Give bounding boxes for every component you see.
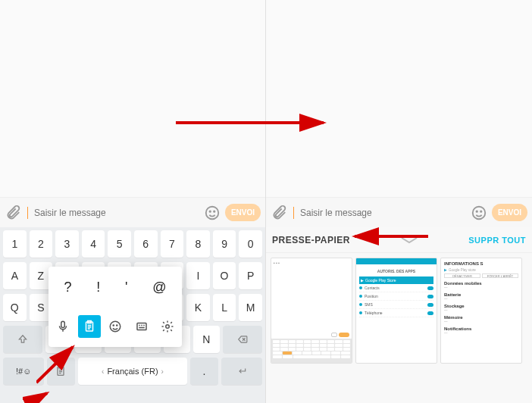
arrow-annotation — [349, 227, 432, 245]
key[interactable]: 1 — [3, 230, 27, 258]
key[interactable]: K — [186, 294, 210, 321]
left-upper-blank — [0, 0, 265, 197]
arrow-annotation — [23, 390, 53, 403]
settings-icon[interactable] — [156, 315, 179, 338]
play-store-icon: ▶ — [361, 278, 364, 283]
mic-icon[interactable] — [52, 315, 74, 338]
svg-line-16 — [36, 347, 73, 383]
svg-point-6 — [110, 321, 120, 332]
mini-button: FORCER L'ARRÊT — [482, 273, 518, 278]
svg-rect-9 — [137, 323, 146, 330]
key[interactable]: 8 — [186, 230, 210, 258]
clipboard-icon[interactable] — [78, 315, 101, 338]
message-input-left[interactable] — [34, 198, 199, 227]
svg-point-1 — [209, 211, 210, 211]
enter-key[interactable] — [221, 358, 262, 385]
svg-point-13 — [480, 211, 481, 211]
clipboard-tiles: ▪ ▪ ▪ AUTORIS. DES APPS — [266, 253, 532, 403]
message-input-right[interactable] — [300, 198, 466, 227]
attach-icon[interactable] — [271, 205, 287, 221]
svg-point-2 — [214, 211, 214, 211]
play-store-icon: ▶ — [444, 267, 447, 272]
arrow-annotation — [176, 114, 335, 132]
emoji-icon[interactable] — [204, 205, 221, 221]
keyboard-layout-icon[interactable] — [130, 315, 153, 338]
clipboard-tile[interactable]: INFORMATIONS S ▶ Google Play store DÉSAC… — [440, 258, 522, 364]
key[interactable]: 3 — [55, 230, 79, 258]
svg-point-0 — [206, 206, 219, 219]
text-cursor — [27, 207, 28, 219]
space-key[interactable]: ‹ Français (FR) › — [78, 358, 188, 385]
message-row-right: ENVOI — [266, 197, 532, 227]
clipboard-tile[interactable]: ▪ ▪ ▪ — [271, 258, 352, 364]
root: ENVOI 1234567890 AZERTYUIOP QSDFGHJKLM W… — [0, 0, 532, 403]
svg-point-12 — [476, 211, 477, 211]
emoji-popup-icon[interactable] — [104, 315, 127, 338]
popup-symbol[interactable]: ! — [90, 276, 106, 298]
right-upper-blank — [266, 0, 532, 197]
emoji-icon[interactable] — [471, 205, 487, 221]
delete-all-button[interactable]: SUPPR TOUT — [468, 236, 526, 245]
key[interactable]: 2 — [30, 230, 53, 258]
mini-keyboard — [271, 339, 352, 363]
key[interactable]: P — [239, 262, 262, 289]
svg-point-10 — [166, 324, 170, 328]
text-cursor — [293, 207, 294, 219]
key[interactable]: 0 — [239, 230, 262, 258]
svg-line-17 — [23, 393, 47, 403]
key[interactable]: A — [3, 262, 27, 289]
key[interactable]: I — [186, 262, 210, 289]
key[interactable]: 5 — [108, 230, 131, 258]
svg-point-8 — [117, 324, 117, 325]
key[interactable]: M — [239, 294, 262, 321]
send-button-right[interactable]: ENVOI — [492, 204, 527, 221]
key[interactable]: N — [193, 326, 220, 353]
tile-row-label: Google Play Store — [365, 278, 396, 283]
period-key[interactable]: . — [190, 358, 217, 385]
send-button-left[interactable]: ENVOI — [225, 204, 261, 221]
popup-icon-row — [52, 308, 179, 344]
right-panel: ENVOI PRESSE-PAPIER SUPPR TOUT ▪ ▪ ▪ — [266, 0, 532, 403]
key[interactable]: O — [213, 262, 236, 289]
svg-rect-4 — [61, 321, 65, 327]
tile-header: AUTORIS. DES APPS — [359, 267, 433, 275]
popup-symbol[interactable]: @ — [146, 276, 172, 298]
space-label: Français (FR) — [107, 367, 158, 376]
key[interactable]: 6 — [134, 230, 158, 258]
popup-symbol[interactable]: ' — [119, 276, 133, 298]
mini-button: DÉSACTIVER — [444, 273, 480, 278]
attach-icon[interactable] — [5, 205, 21, 221]
popup-symbol[interactable]: ? — [58, 276, 77, 298]
key[interactable]: L — [213, 294, 236, 321]
clipboard-title: PRESSE-PAPIER — [272, 235, 350, 245]
svg-point-11 — [473, 206, 486, 219]
longpress-popup: ? ! ' @ — [49, 267, 182, 347]
backspace-key[interactable] — [223, 326, 262, 353]
clipboard-tile[interactable]: AUTORIS. DES APPS ▶ Google Play Store Co… — [355, 258, 437, 364]
key[interactable]: 9 — [213, 230, 236, 258]
kbd-row-1: 1234567890 — [3, 230, 262, 258]
message-row-left: ENVOI — [0, 197, 265, 227]
key[interactable]: 7 — [161, 230, 184, 258]
popup-symbol-row: ? ! ' @ — [52, 270, 179, 305]
key[interactable]: 4 — [82, 230, 105, 258]
key[interactable]: Q — [3, 294, 27, 321]
arrow-annotation — [36, 341, 82, 386]
svg-point-7 — [113, 324, 114, 325]
